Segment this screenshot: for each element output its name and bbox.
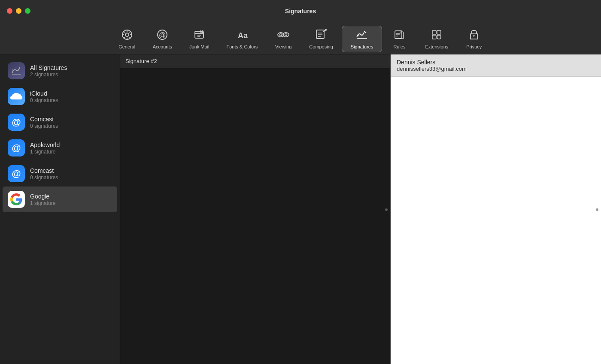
- fonts-colors-icon: Aa: [236, 29, 248, 42]
- svg-point-22: [285, 34, 287, 36]
- comcast2-name: Comcast: [30, 167, 58, 174]
- minimize-button[interactable]: [16, 8, 21, 14]
- appleworld-text: Appleworld 1 signature: [30, 141, 60, 155]
- appleworld-name: Appleworld: [30, 141, 60, 148]
- preview-header: Dennis Sellers dennissellers33@gmail.com: [391, 54, 601, 77]
- title-bar: Signatures: [0, 0, 601, 22]
- appleworld-icon: @: [8, 139, 25, 156]
- privacy-icon: [468, 29, 480, 42]
- signature-name: Signature #2: [125, 58, 157, 64]
- junk-mail-icon: [193, 29, 205, 42]
- sidebar-item-appleworld[interactable]: @ Appleworld 1 signature: [3, 135, 117, 161]
- signature-content-area[interactable]: [120, 68, 390, 364]
- tab-viewing-label: Viewing: [275, 44, 291, 49]
- tab-signatures-label: Signatures: [351, 44, 373, 49]
- sidebar-item-comcast1[interactable]: @ Comcast 0 signatures: [3, 109, 117, 135]
- composing-icon: [315, 29, 327, 42]
- svg-rect-37: [432, 30, 436, 34]
- tab-rules-label: Rules: [393, 44, 405, 49]
- svg-rect-38: [437, 30, 441, 34]
- sidebar-item-icloud[interactable]: iCloud 0 signatures: [3, 84, 117, 109]
- comcast2-count: 0 signatures: [30, 174, 58, 180]
- tab-accounts-label: Accounts: [153, 44, 172, 49]
- svg-line-6: [124, 31, 125, 33]
- fullscreen-button[interactable]: [25, 8, 30, 14]
- tab-extensions[interactable]: Extensions: [416, 26, 457, 52]
- icloud-name: iCloud: [30, 90, 58, 97]
- icloud-count: 0 signatures: [30, 97, 58, 103]
- middle-panel: Signature #2: [120, 54, 391, 364]
- preview-scroll-indicator: [596, 208, 598, 211]
- sidebar-item-all-signatures[interactable]: x All Signatures 2 signatures: [3, 58, 117, 84]
- main-content: x All Signatures 2 signatures iCloud 0 s…: [0, 54, 601, 364]
- close-button[interactable]: [7, 8, 12, 14]
- all-signatures-name: All Signatures: [30, 64, 67, 71]
- svg-rect-24: [316, 30, 324, 39]
- tab-viewing[interactable]: Viewing: [266, 26, 300, 52]
- tab-signatures[interactable]: x Signatures: [342, 26, 382, 52]
- comcast1-name: Comcast: [30, 116, 58, 123]
- google-icon: [8, 191, 25, 208]
- preview-panel: Dennis Sellers dennissellers33@gmail.com: [391, 54, 601, 364]
- preview-name: Dennis Sellers: [397, 59, 595, 66]
- window-title: Signatures: [285, 8, 316, 15]
- comcast1-icon: @: [8, 114, 25, 131]
- svg-line-8: [129, 31, 131, 33]
- tab-privacy-label: Privacy: [466, 44, 482, 49]
- preview-body[interactable]: [391, 77, 601, 364]
- tab-junk-mail[interactable]: Junk Mail: [181, 26, 218, 52]
- sidebar-item-google[interactable]: Google 1 signature: [3, 187, 117, 212]
- google-name: Google: [30, 193, 55, 200]
- icloud-icon: [8, 88, 25, 105]
- tab-composing[interactable]: Composing: [300, 26, 342, 52]
- tab-general-label: General: [118, 44, 135, 49]
- svg-text:x: x: [358, 33, 359, 37]
- tab-extensions-label: Extensions: [425, 44, 448, 49]
- svg-text:Aa: Aa: [238, 31, 248, 40]
- all-signatures-count: 2 signatures: [30, 72, 67, 78]
- comcast2-icon: @: [8, 165, 25, 182]
- icloud-text: iCloud 0 signatures: [30, 90, 58, 103]
- tab-fonts-colors[interactable]: Aa Fonts & Colors: [218, 26, 266, 52]
- extensions-icon: [431, 29, 443, 42]
- signature-name-bar: Signature #2: [120, 54, 390, 68]
- google-count: 1 signature: [30, 200, 55, 206]
- svg-rect-39: [432, 35, 436, 39]
- svg-point-1: [125, 33, 129, 36]
- svg-point-41: [474, 35, 475, 36]
- tab-general[interactable]: General: [110, 26, 144, 52]
- sidebar-item-comcast2[interactable]: @ Comcast 0 signatures: [3, 161, 117, 187]
- svg-text:x: x: [12, 68, 14, 71]
- tab-privacy[interactable]: Privacy: [457, 26, 491, 52]
- toolbar: General @ Accounts Junk Mail: [0, 22, 601, 54]
- signatures-icon: x: [355, 29, 369, 42]
- svg-line-7: [129, 37, 131, 38]
- google-text: Google 1 signature: [30, 193, 55, 206]
- viewing-icon: [276, 29, 290, 42]
- preview-email: dennissellers33@gmail.com: [397, 66, 595, 72]
- appleworld-at-symbol: @: [12, 142, 21, 153]
- appleworld-count: 1 signature: [30, 149, 60, 155]
- tab-accounts[interactable]: @ Accounts: [144, 26, 181, 52]
- tab-rules[interactable]: Rules: [382, 26, 416, 52]
- comcast2-at-symbol: @: [12, 168, 21, 179]
- all-signatures-text: All Signatures 2 signatures: [30, 64, 67, 78]
- svg-line-9: [124, 37, 125, 38]
- comcast1-count: 0 signatures: [30, 123, 58, 129]
- tab-junk-mail-label: Junk Mail: [189, 44, 209, 49]
- comcast2-text: Comcast 0 signatures: [30, 167, 58, 180]
- all-signatures-icon: x: [8, 62, 25, 79]
- traffic-lights: [7, 8, 30, 14]
- svg-point-20: [280, 34, 282, 36]
- comcast1-text: Comcast 0 signatures: [30, 116, 58, 129]
- comcast1-at-symbol: @: [12, 117, 21, 128]
- svg-text:@: @: [159, 31, 166, 39]
- rules-icon: [393, 29, 405, 42]
- accounts-icon: @: [156, 29, 168, 42]
- middle-scroll-indicator: [385, 208, 388, 211]
- sidebar: x All Signatures 2 signatures iCloud 0 s…: [0, 54, 120, 364]
- general-icon: [121, 29, 133, 42]
- tab-fonts-colors-label: Fonts & Colors: [226, 44, 258, 49]
- tab-composing-label: Composing: [309, 44, 333, 49]
